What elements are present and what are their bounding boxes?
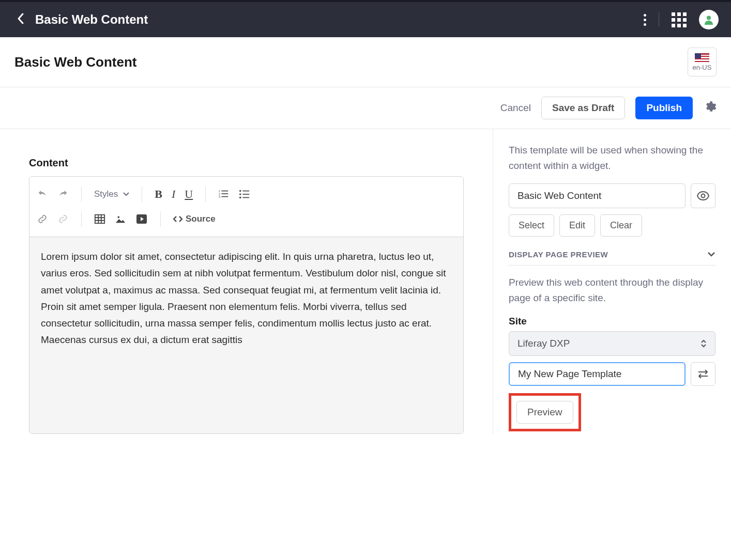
template-description: This template will be used when showing … xyxy=(509,143,715,174)
unlink-button[interactable] xyxy=(57,213,69,225)
locale-selector[interactable]: en-US xyxy=(688,48,717,76)
image-button[interactable] xyxy=(115,213,126,225)
back-button[interactable] xyxy=(12,8,29,31)
source-button[interactable]: Source xyxy=(173,214,216,224)
caret-down-icon xyxy=(123,192,129,197)
svg-rect-5 xyxy=(222,193,229,194)
apps-grid-icon[interactable] xyxy=(672,12,687,27)
page-title: Basic Web Content xyxy=(14,54,136,70)
select-template-button[interactable]: Select xyxy=(509,214,554,237)
svg-point-0 xyxy=(707,16,711,20)
template-name-field[interactable] xyxy=(509,183,686,208)
svg-point-8 xyxy=(239,193,241,195)
svg-rect-12 xyxy=(243,197,250,198)
table-icon xyxy=(94,213,105,225)
sidebar-pane: This template will be used when showing … xyxy=(493,129,731,434)
svg-rect-11 xyxy=(243,194,250,195)
styles-dropdown[interactable]: Styles xyxy=(94,189,129,199)
locale-label: en-US xyxy=(693,64,712,71)
sort-icon xyxy=(700,339,707,348)
top-bar: Basic Web Content xyxy=(0,0,731,37)
svg-rect-4 xyxy=(222,191,229,192)
ordered-list-icon: 123 xyxy=(218,189,230,200)
undo-button[interactable] xyxy=(37,189,48,200)
image-icon xyxy=(115,213,126,225)
svg-rect-13 xyxy=(95,215,104,224)
eye-icon xyxy=(697,191,709,200)
bold-button[interactable]: B xyxy=(155,188,162,201)
divider xyxy=(659,12,659,27)
us-flag-icon xyxy=(695,53,709,63)
display-page-preview-header[interactable]: DISPLAY PAGE PREVIEW xyxy=(509,250,715,266)
source-label: Source xyxy=(186,214,216,224)
unordered-list-button[interactable] xyxy=(239,189,250,200)
site-label: Site xyxy=(509,316,715,327)
preview-description: Preview this web content through the dis… xyxy=(509,275,715,306)
table-button[interactable] xyxy=(94,213,105,225)
underline-button[interactable]: U xyxy=(185,188,193,201)
svg-point-7 xyxy=(239,190,241,192)
preview-highlight: Preview xyxy=(509,393,581,431)
cancel-button[interactable]: Cancel xyxy=(500,102,531,114)
edit-template-button[interactable]: Edit xyxy=(559,214,595,237)
code-icon xyxy=(173,215,182,223)
swap-button[interactable] xyxy=(691,362,715,386)
styles-label: Styles xyxy=(94,189,118,199)
rich-text-editor: Styles B I U 123 xyxy=(29,176,464,434)
preview-button[interactable]: Preview xyxy=(516,401,573,424)
site-value: Liferay DXP xyxy=(517,338,570,349)
swap-icon xyxy=(697,369,709,379)
unlink-icon xyxy=(57,213,69,225)
content-label: Content xyxy=(29,157,464,169)
topbar-title: Basic Web Content xyxy=(35,12,148,27)
clear-template-button[interactable]: Clear xyxy=(600,214,642,237)
page-template-field[interactable] xyxy=(509,362,686,386)
svg-rect-6 xyxy=(222,196,229,197)
editor-toolbar: Styles B I U 123 xyxy=(29,177,463,237)
svg-point-9 xyxy=(239,197,241,199)
chevron-left-icon xyxy=(17,12,25,25)
user-icon xyxy=(704,14,714,25)
section-title: DISPLAY PAGE PREVIEW xyxy=(509,250,608,259)
editor-pane: Content Styles B I xyxy=(0,129,493,434)
svg-point-20 xyxy=(702,194,705,197)
svg-point-18 xyxy=(118,216,120,219)
link-icon xyxy=(37,213,48,225)
redo-icon xyxy=(57,189,69,200)
ordered-list-button[interactable]: 123 xyxy=(218,189,230,200)
save-draft-button[interactable]: Save as Draft xyxy=(541,97,625,119)
settings-button[interactable] xyxy=(703,100,717,116)
italic-button[interactable]: I xyxy=(172,188,175,201)
svg-text:3: 3 xyxy=(219,195,220,198)
page-header: Basic Web Content en-US xyxy=(0,37,731,87)
main-content: Content Styles B I xyxy=(0,129,731,434)
redo-button[interactable] xyxy=(57,189,69,200)
user-avatar[interactable] xyxy=(699,10,719,29)
video-icon xyxy=(135,213,148,225)
preview-template-button[interactable] xyxy=(691,183,715,208)
kebab-menu[interactable] xyxy=(644,14,646,26)
video-button[interactable] xyxy=(135,213,148,225)
link-button[interactable] xyxy=(37,213,48,225)
site-select[interactable]: Liferay DXP xyxy=(509,331,715,356)
unordered-list-icon xyxy=(239,189,250,200)
gear-icon xyxy=(703,100,717,114)
publish-button[interactable]: Publish xyxy=(635,97,693,119)
chevron-down-icon xyxy=(707,251,715,257)
editor-body[interactable]: Lorem ipsum dolor sit amet, consectetur … xyxy=(29,237,463,433)
action-bar: Cancel Save as Draft Publish xyxy=(0,87,731,129)
svg-rect-10 xyxy=(243,191,250,192)
undo-icon xyxy=(37,189,48,200)
